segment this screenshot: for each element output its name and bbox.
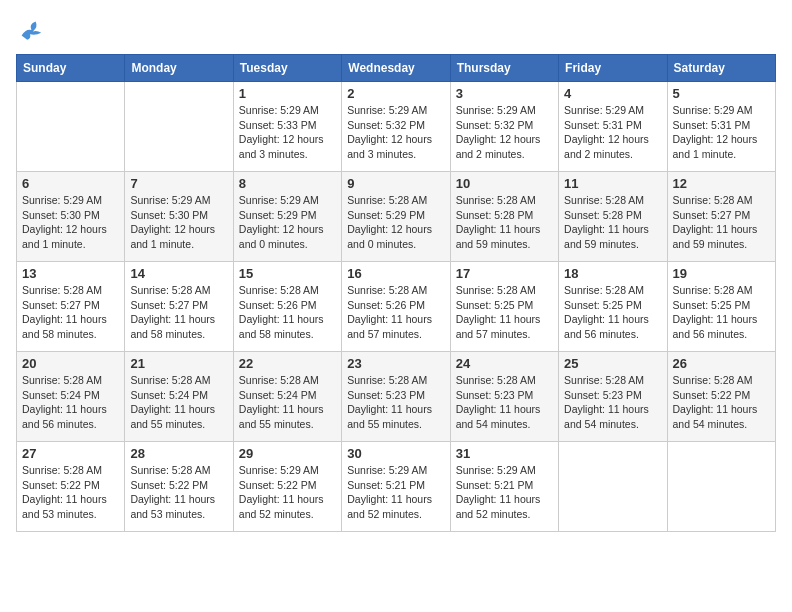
weekday-header-cell: Tuesday [233, 55, 341, 82]
day-number: 9 [347, 176, 444, 191]
weekday-header-cell: Thursday [450, 55, 558, 82]
calendar-day-cell: 8Sunrise: 5:29 AM Sunset: 5:29 PM Daylig… [233, 172, 341, 262]
day-info: Sunrise: 5:28 AM Sunset: 5:22 PM Dayligh… [673, 373, 770, 432]
calendar-day-cell: 31Sunrise: 5:29 AM Sunset: 5:21 PM Dayli… [450, 442, 558, 532]
day-info: Sunrise: 5:28 AM Sunset: 5:25 PM Dayligh… [673, 283, 770, 342]
day-number: 23 [347, 356, 444, 371]
weekday-header-cell: Saturday [667, 55, 775, 82]
calendar-day-cell: 4Sunrise: 5:29 AM Sunset: 5:31 PM Daylig… [559, 82, 667, 172]
day-info: Sunrise: 5:28 AM Sunset: 5:27 PM Dayligh… [673, 193, 770, 252]
day-info: Sunrise: 5:28 AM Sunset: 5:25 PM Dayligh… [456, 283, 553, 342]
calendar-day-cell [125, 82, 233, 172]
calendar-day-cell: 10Sunrise: 5:28 AM Sunset: 5:28 PM Dayli… [450, 172, 558, 262]
day-info: Sunrise: 5:29 AM Sunset: 5:21 PM Dayligh… [347, 463, 444, 522]
weekday-header-cell: Wednesday [342, 55, 450, 82]
day-info: Sunrise: 5:28 AM Sunset: 5:22 PM Dayligh… [22, 463, 119, 522]
calendar-day-cell: 16Sunrise: 5:28 AM Sunset: 5:26 PM Dayli… [342, 262, 450, 352]
calendar-table: SundayMondayTuesdayWednesdayThursdayFrid… [16, 54, 776, 532]
day-info: Sunrise: 5:29 AM Sunset: 5:30 PM Dayligh… [130, 193, 227, 252]
calendar-day-cell: 22Sunrise: 5:28 AM Sunset: 5:24 PM Dayli… [233, 352, 341, 442]
calendar-week-row: 20Sunrise: 5:28 AM Sunset: 5:24 PM Dayli… [17, 352, 776, 442]
calendar-day-cell: 25Sunrise: 5:28 AM Sunset: 5:23 PM Dayli… [559, 352, 667, 442]
day-number: 2 [347, 86, 444, 101]
calendar-day-cell: 19Sunrise: 5:28 AM Sunset: 5:25 PM Dayli… [667, 262, 775, 352]
day-info: Sunrise: 5:29 AM Sunset: 5:32 PM Dayligh… [456, 103, 553, 162]
calendar-day-cell: 26Sunrise: 5:28 AM Sunset: 5:22 PM Dayli… [667, 352, 775, 442]
day-info: Sunrise: 5:28 AM Sunset: 5:27 PM Dayligh… [22, 283, 119, 342]
day-number: 3 [456, 86, 553, 101]
day-number: 24 [456, 356, 553, 371]
calendar-day-cell: 9Sunrise: 5:28 AM Sunset: 5:29 PM Daylig… [342, 172, 450, 262]
calendar-day-cell: 2Sunrise: 5:29 AM Sunset: 5:32 PM Daylig… [342, 82, 450, 172]
day-number: 4 [564, 86, 661, 101]
day-number: 30 [347, 446, 444, 461]
day-number: 31 [456, 446, 553, 461]
calendar-day-cell: 28Sunrise: 5:28 AM Sunset: 5:22 PM Dayli… [125, 442, 233, 532]
day-number: 15 [239, 266, 336, 281]
calendar-body: 1Sunrise: 5:29 AM Sunset: 5:33 PM Daylig… [17, 82, 776, 532]
page-header [16, 16, 776, 44]
calendar-day-cell: 27Sunrise: 5:28 AM Sunset: 5:22 PM Dayli… [17, 442, 125, 532]
day-number: 14 [130, 266, 227, 281]
day-info: Sunrise: 5:28 AM Sunset: 5:24 PM Dayligh… [130, 373, 227, 432]
calendar-day-cell: 30Sunrise: 5:29 AM Sunset: 5:21 PM Dayli… [342, 442, 450, 532]
day-number: 8 [239, 176, 336, 191]
day-number: 1 [239, 86, 336, 101]
weekday-header-cell: Sunday [17, 55, 125, 82]
day-info: Sunrise: 5:28 AM Sunset: 5:22 PM Dayligh… [130, 463, 227, 522]
calendar-week-row: 6Sunrise: 5:29 AM Sunset: 5:30 PM Daylig… [17, 172, 776, 262]
day-number: 16 [347, 266, 444, 281]
calendar-day-cell [17, 82, 125, 172]
calendar-day-cell: 1Sunrise: 5:29 AM Sunset: 5:33 PM Daylig… [233, 82, 341, 172]
day-number: 13 [22, 266, 119, 281]
weekday-header-cell: Monday [125, 55, 233, 82]
day-info: Sunrise: 5:29 AM Sunset: 5:22 PM Dayligh… [239, 463, 336, 522]
day-number: 20 [22, 356, 119, 371]
day-info: Sunrise: 5:28 AM Sunset: 5:26 PM Dayligh… [239, 283, 336, 342]
day-info: Sunrise: 5:29 AM Sunset: 5:32 PM Dayligh… [347, 103, 444, 162]
day-info: Sunrise: 5:28 AM Sunset: 5:23 PM Dayligh… [456, 373, 553, 432]
day-number: 17 [456, 266, 553, 281]
calendar-day-cell: 23Sunrise: 5:28 AM Sunset: 5:23 PM Dayli… [342, 352, 450, 442]
day-number: 6 [22, 176, 119, 191]
calendar-day-cell: 11Sunrise: 5:28 AM Sunset: 5:28 PM Dayli… [559, 172, 667, 262]
calendar-day-cell: 12Sunrise: 5:28 AM Sunset: 5:27 PM Dayli… [667, 172, 775, 262]
calendar-day-cell: 15Sunrise: 5:28 AM Sunset: 5:26 PM Dayli… [233, 262, 341, 352]
day-number: 25 [564, 356, 661, 371]
calendar-day-cell: 29Sunrise: 5:29 AM Sunset: 5:22 PM Dayli… [233, 442, 341, 532]
day-number: 12 [673, 176, 770, 191]
calendar-day-cell: 7Sunrise: 5:29 AM Sunset: 5:30 PM Daylig… [125, 172, 233, 262]
calendar-day-cell: 13Sunrise: 5:28 AM Sunset: 5:27 PM Dayli… [17, 262, 125, 352]
logo-icon [16, 16, 44, 44]
day-info: Sunrise: 5:28 AM Sunset: 5:28 PM Dayligh… [564, 193, 661, 252]
calendar-day-cell [559, 442, 667, 532]
day-info: Sunrise: 5:29 AM Sunset: 5:30 PM Dayligh… [22, 193, 119, 252]
day-number: 26 [673, 356, 770, 371]
calendar-week-row: 27Sunrise: 5:28 AM Sunset: 5:22 PM Dayli… [17, 442, 776, 532]
day-number: 5 [673, 86, 770, 101]
day-info: Sunrise: 5:29 AM Sunset: 5:31 PM Dayligh… [564, 103, 661, 162]
day-info: Sunrise: 5:28 AM Sunset: 5:25 PM Dayligh… [564, 283, 661, 342]
logo [16, 16, 48, 44]
day-info: Sunrise: 5:29 AM Sunset: 5:29 PM Dayligh… [239, 193, 336, 252]
calendar-day-cell: 18Sunrise: 5:28 AM Sunset: 5:25 PM Dayli… [559, 262, 667, 352]
day-number: 21 [130, 356, 227, 371]
day-number: 11 [564, 176, 661, 191]
day-info: Sunrise: 5:28 AM Sunset: 5:24 PM Dayligh… [239, 373, 336, 432]
day-info: Sunrise: 5:28 AM Sunset: 5:24 PM Dayligh… [22, 373, 119, 432]
calendar-day-cell: 20Sunrise: 5:28 AM Sunset: 5:24 PM Dayli… [17, 352, 125, 442]
day-number: 10 [456, 176, 553, 191]
day-number: 27 [22, 446, 119, 461]
calendar-day-cell: 3Sunrise: 5:29 AM Sunset: 5:32 PM Daylig… [450, 82, 558, 172]
calendar-day-cell: 5Sunrise: 5:29 AM Sunset: 5:31 PM Daylig… [667, 82, 775, 172]
calendar-day-cell: 17Sunrise: 5:28 AM Sunset: 5:25 PM Dayli… [450, 262, 558, 352]
day-number: 7 [130, 176, 227, 191]
weekday-header-cell: Friday [559, 55, 667, 82]
day-info: Sunrise: 5:28 AM Sunset: 5:26 PM Dayligh… [347, 283, 444, 342]
calendar-day-cell: 6Sunrise: 5:29 AM Sunset: 5:30 PM Daylig… [17, 172, 125, 262]
calendar-header-row: SundayMondayTuesdayWednesdayThursdayFrid… [17, 55, 776, 82]
calendar-week-row: 13Sunrise: 5:28 AM Sunset: 5:27 PM Dayli… [17, 262, 776, 352]
day-number: 19 [673, 266, 770, 281]
day-info: Sunrise: 5:29 AM Sunset: 5:21 PM Dayligh… [456, 463, 553, 522]
day-info: Sunrise: 5:29 AM Sunset: 5:33 PM Dayligh… [239, 103, 336, 162]
